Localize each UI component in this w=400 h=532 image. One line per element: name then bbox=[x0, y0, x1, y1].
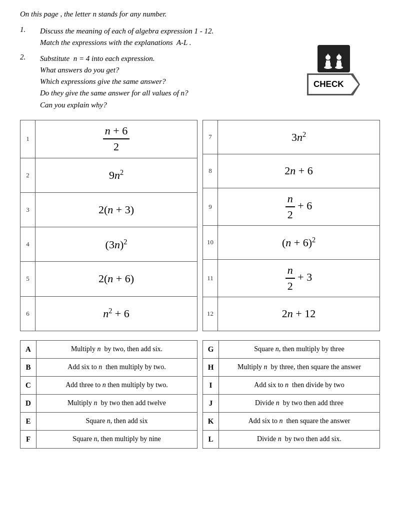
table-row: 4 (3n)2 bbox=[20, 227, 198, 262]
expr-cell-3: 2(n + 3) bbox=[36, 193, 198, 227]
expr-cell-12: 2n + 12 bbox=[218, 297, 380, 331]
letter-H: H bbox=[203, 358, 219, 376]
desc-G: Square n, then multiply by three bbox=[219, 340, 380, 358]
table-row: 11 n 2 + 3 bbox=[203, 259, 380, 297]
expr-cell-11: n 2 + 3 bbox=[218, 259, 380, 297]
chess-svg bbox=[321, 47, 346, 70]
desc-H: Multiply n by three, then square the ans… bbox=[219, 358, 380, 376]
letter-L: L bbox=[203, 430, 219, 448]
table-row: E Square n, then add six bbox=[20, 412, 198, 430]
letter-K: K bbox=[203, 412, 219, 430]
table-row: 5 2(n + 6) bbox=[20, 262, 198, 296]
letter-C: C bbox=[20, 376, 36, 394]
desc-C: Add three to n then multiply by two. bbox=[36, 376, 198, 394]
table-row: I Add six to n then divide by two bbox=[203, 376, 380, 394]
expr-num-9: 9 bbox=[203, 188, 218, 225]
letter-G: G bbox=[203, 340, 219, 358]
table-row: B Add six to n then multiply by two. bbox=[20, 358, 198, 376]
svg-rect-6 bbox=[336, 62, 342, 67]
table-row: 10 (n + 6)2 bbox=[203, 225, 380, 259]
table-row: H Multiply n by three, then square the a… bbox=[203, 358, 380, 376]
table-row: G Square n, then multiply by three bbox=[203, 340, 380, 358]
expr-num-4: 4 bbox=[20, 227, 36, 262]
expr-num-5: 5 bbox=[20, 262, 36, 296]
chess-icon bbox=[318, 45, 350, 72]
table-row: C Add three to n then multiply by two. bbox=[20, 376, 198, 394]
expr-num-1: 1 bbox=[20, 120, 36, 158]
expr-cell-1: n + 6 2 bbox=[36, 120, 198, 158]
expr-num-7: 7 bbox=[203, 120, 218, 154]
desc-L: Divide n by two then add six. bbox=[219, 430, 380, 448]
expressions-section: 1 n + 6 2 2 9n2 3 2(n + 3) 4 (3n)2 bbox=[20, 120, 380, 331]
svg-rect-2 bbox=[326, 60, 330, 63]
svg-rect-1 bbox=[326, 62, 330, 67]
expr-cell-2: 9n2 bbox=[36, 158, 198, 193]
letter-E: E bbox=[20, 412, 36, 430]
desc-E: Square n, then add six bbox=[36, 412, 198, 430]
letter-I: I bbox=[203, 376, 219, 394]
desc-D: Multiply n by two then add twelve bbox=[36, 394, 198, 412]
expr-num-10: 10 bbox=[203, 225, 218, 259]
table-row: J Divide n by two then add three bbox=[203, 394, 380, 412]
expr-cell-10: (n + 6)2 bbox=[218, 225, 380, 259]
table-row: 9 n 2 + 6 bbox=[203, 188, 380, 225]
explanations-section: A Multiply n by two, then add six. B Add… bbox=[20, 340, 380, 449]
desc-K: Add six to n then square the answer bbox=[219, 412, 380, 430]
check-button[interactable]: CHECK bbox=[307, 73, 360, 95]
table-row: F Square n, then multiply by nine bbox=[20, 430, 198, 448]
fraction-1: n + 6 2 bbox=[103, 124, 130, 153]
letter-D: D bbox=[20, 394, 36, 412]
letter-A: A bbox=[20, 340, 36, 358]
table-row: K Add six to n then square the answer bbox=[203, 412, 380, 430]
expr-cell-7: 3n2 bbox=[218, 120, 380, 154]
expr-num-11: 11 bbox=[203, 259, 218, 297]
letter-F: F bbox=[20, 430, 36, 448]
desc-F: Square n, then multiply by nine bbox=[36, 430, 198, 448]
desc-I: Add six to n then divide by two bbox=[219, 376, 380, 394]
table-row: 8 2n + 6 bbox=[203, 154, 380, 188]
q1-number: 1. bbox=[20, 25, 40, 34]
expr-num-2: 2 bbox=[20, 158, 36, 193]
expr-num-3: 3 bbox=[20, 193, 36, 227]
explanations-left-table: A Multiply n by two, then add six. B Add… bbox=[20, 340, 198, 449]
letter-J: J bbox=[203, 394, 219, 412]
table-row: 12 2n + 12 bbox=[203, 297, 380, 331]
table-row: 6 n2 + 6 bbox=[20, 296, 198, 331]
desc-A: Multiply n by two, then add six. bbox=[36, 340, 198, 358]
letter-B: B bbox=[20, 358, 36, 376]
table-row: 1 n + 6 2 bbox=[20, 120, 198, 158]
check-section[interactable]: CHECK bbox=[307, 45, 360, 95]
intro-text: On this page , the letter n stands for a… bbox=[20, 10, 380, 18]
table-row: D Multiply n by two then add twelve bbox=[20, 394, 198, 412]
expr-cell-5: 2(n + 6) bbox=[36, 262, 198, 296]
fraction-9: n 2 bbox=[286, 192, 295, 221]
table-row: 3 2(n + 3) bbox=[20, 193, 198, 227]
table-row: 7 3n2 bbox=[203, 120, 380, 154]
svg-rect-7 bbox=[337, 60, 341, 63]
desc-B: Add six to n then multiply by two. bbox=[36, 358, 198, 376]
expressions-left-table: 1 n + 6 2 2 9n2 3 2(n + 3) 4 (3n)2 bbox=[20, 120, 198, 331]
expr-num-12: 12 bbox=[203, 297, 218, 331]
fraction-11: n 2 bbox=[286, 264, 295, 293]
expr-num-6: 6 bbox=[20, 296, 36, 331]
explanations-right-table: G Square n, then multiply by three H Mul… bbox=[202, 340, 380, 449]
check-label: CHECK bbox=[308, 75, 358, 94]
expr-cell-9: n 2 + 6 bbox=[218, 188, 380, 225]
expr-num-8: 8 bbox=[203, 154, 218, 188]
table-row: 2 9n2 bbox=[20, 158, 198, 193]
expr-cell-6: n2 + 6 bbox=[36, 296, 198, 331]
desc-J: Divide n by two then add three bbox=[219, 394, 380, 412]
q2-number: 2. bbox=[20, 53, 40, 61]
expr-cell-4: (3n)2 bbox=[36, 227, 198, 262]
expr-cell-8: 2n + 6 bbox=[218, 154, 380, 188]
table-row: A Multiply n by two, then add six. bbox=[20, 340, 198, 358]
table-row: L Divide n by two then add six. bbox=[203, 430, 380, 448]
expressions-right-table: 7 3n2 8 2n + 6 9 n 2 + 6 10 (n + 6)2 bbox=[202, 120, 380, 331]
